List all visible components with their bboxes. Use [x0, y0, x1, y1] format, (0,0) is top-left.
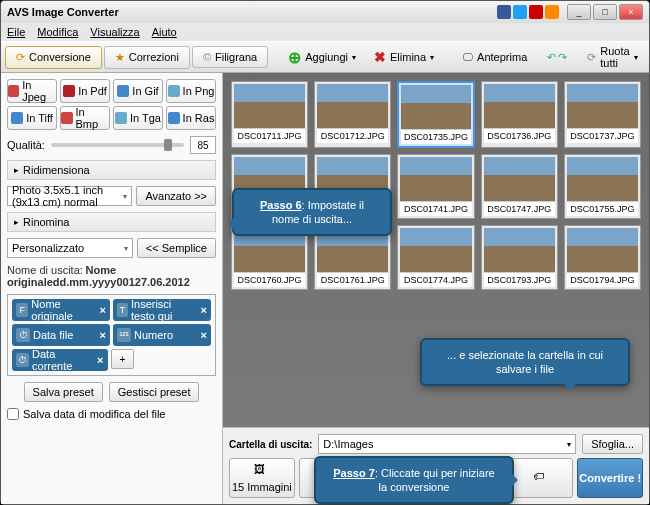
sidebar: In Jpeg In Pdf In Gif In Png In Tiff In … — [1, 73, 223, 504]
twitter-icon[interactable] — [513, 5, 527, 19]
format-jpeg[interactable]: In Jpeg — [7, 79, 57, 103]
format-ras[interactable]: In Ras — [166, 106, 216, 130]
minimize-button[interactable]: _ — [567, 4, 591, 20]
thumbnail-image — [484, 84, 555, 128]
rotate-left-button[interactable]: ↶ — [547, 45, 556, 69]
thumbnail-image — [567, 157, 638, 201]
add-button[interactable]: ⊕Aggiungi▾ — [280, 45, 364, 70]
rotate-right-button[interactable]: ↷ — [558, 45, 567, 69]
menu-file[interactable]: Eile — [7, 26, 25, 38]
thumbnail-item[interactable]: DSC01794.JPG — [564, 225, 641, 290]
thumbnail-item[interactable]: DSC01747.JPG — [481, 154, 558, 219]
social-icons — [497, 5, 559, 19]
output-name-row: Nome di uscita: Nome originaledd.mm.yyyy… — [7, 264, 216, 288]
maximize-button[interactable]: □ — [593, 4, 617, 20]
thumbnail-item[interactable]: DSC01735.JPG — [397, 81, 474, 148]
save-preset-button[interactable]: Salva preset — [24, 382, 103, 402]
token-number[interactable]: ¹²³Numero× — [113, 324, 211, 346]
manage-preset-button[interactable]: Gestisci preset — [109, 382, 200, 402]
token-file-date[interactable]: ⏱Data file× — [12, 324, 110, 346]
thumbnail-label: DSC01760.JPG — [234, 272, 305, 287]
close-icon[interactable]: × — [100, 304, 106, 316]
thumbnail-image — [567, 228, 638, 272]
thumbnail-label: DSC01736.JPG — [484, 128, 555, 143]
thumbnail-item[interactable]: DSC01736.JPG — [481, 81, 558, 148]
output-path-combo[interactable]: D:\Images — [318, 434, 576, 454]
thumbnail-label: DSC01794.JPG — [567, 272, 638, 287]
images-icon: 🖼 — [254, 463, 270, 479]
titlebar: AVS Image Converter _ □ × — [1, 1, 649, 23]
rename-preset-combo[interactable]: Personalizzato — [7, 238, 133, 258]
format-pdf[interactable]: In Pdf — [60, 79, 110, 103]
convert-button[interactable]: Convertire ! — [577, 458, 643, 498]
tab-corrections[interactable]: ★Correzioni — [104, 46, 190, 69]
menu-help[interactable]: Aiuto — [152, 26, 177, 38]
output-folder-label: Cartella di uscita: — [229, 439, 312, 450]
thumbnail-label: DSC01711.JPG — [234, 128, 305, 143]
resize-preset-combo[interactable]: Photo 3.5x5.1 inch (9x13 cm) normal — [7, 186, 132, 206]
close-icon[interactable]: × — [201, 304, 207, 316]
format-grid: In Jpeg In Pdf In Gif In Png In Tiff In … — [7, 79, 216, 130]
tab-watermark[interactable]: ©Filigrana — [192, 46, 268, 68]
quality-value[interactable] — [190, 136, 216, 154]
monitor-icon: 🖵 — [462, 51, 473, 63]
close-icon[interactable]: × — [201, 329, 207, 341]
add-token-button[interactable]: + — [111, 349, 135, 369]
rotate-icon: ⟳ — [587, 51, 596, 64]
token-text[interactable]: TInserisci testo qui× — [113, 299, 211, 321]
thumbnail-label: DSC01761.JPG — [317, 272, 388, 287]
preview-button[interactable]: 🖵Anteprima — [454, 48, 535, 66]
youtube-icon[interactable] — [529, 5, 543, 19]
format-png[interactable]: In Png — [166, 79, 216, 103]
thumbnail-item[interactable]: DSC01774.JPG — [397, 225, 474, 290]
format-tiff[interactable]: In Tiff — [7, 106, 57, 130]
x-icon: ✖ — [374, 49, 386, 65]
thumbnail-image — [317, 84, 388, 128]
resize-header[interactable]: Ridimensiona — [7, 160, 216, 180]
callout-step-7: Passo 7: Cliccate qui per iniziare la co… — [314, 456, 514, 504]
rotate-all-button[interactable]: ⟳Ruota tutti▾ — [579, 42, 645, 72]
thumbnail-label: DSC01712.JPG — [317, 128, 388, 143]
delete-button[interactable]: ✖Elimina▾ — [366, 46, 442, 68]
rename-header[interactable]: Rinomina — [7, 212, 216, 232]
browse-button[interactable]: Sfoglia... — [582, 434, 643, 454]
image-count-button[interactable]: 🖼15 Immagini — [229, 458, 295, 498]
callout-folder: ... e selezionate la cartella in cui sal… — [420, 338, 630, 386]
thumbnail-image — [400, 157, 471, 201]
close-icon[interactable]: × — [100, 329, 106, 341]
thumbnail-item[interactable]: DSC01711.JPG — [231, 81, 308, 148]
thumbnail-item[interactable]: DSC01793.JPG — [481, 225, 558, 290]
thumbnail-label: DSC01747.JPG — [484, 201, 555, 216]
tab-conversion[interactable]: ⟳Conversione — [5, 46, 102, 69]
toolbar: ⟳Conversione ★Correzioni ©Filigrana ⊕Agg… — [1, 41, 649, 73]
menubar: Eile Modifica Visualizza Aiuto — [1, 23, 649, 41]
thumbnail-image — [484, 157, 555, 201]
thumbnail-item[interactable]: DSC01737.JPG — [564, 81, 641, 148]
thumbnail-item[interactable]: DSC01755.JPG — [564, 154, 641, 219]
quality-label: Qualità: — [7, 139, 45, 151]
thumbnail-item[interactable]: DSC01741.JPG — [397, 154, 474, 219]
thumbnail-label: DSC01755.JPG — [567, 201, 638, 216]
token-original-name[interactable]: FNome originale× — [12, 299, 110, 321]
menu-edit[interactable]: Modifica — [37, 26, 78, 38]
app-title: AVS Image Converter — [7, 6, 497, 18]
rss-icon[interactable] — [545, 5, 559, 19]
thumbnail-item[interactable]: DSC01712.JPG — [314, 81, 391, 148]
close-button[interactable]: × — [619, 4, 643, 20]
close-icon[interactable]: × — [97, 354, 103, 366]
tag-icon: 🏷 — [533, 470, 549, 486]
keep-date-checkbox[interactable]: Salva data di modifica del file — [7, 408, 216, 420]
thumbnail-image — [567, 84, 638, 128]
token-current-date[interactable]: ⏱Data corrente× — [12, 349, 108, 371]
simple-button[interactable]: << Semplice — [137, 238, 216, 258]
content-area: DSC01711.JPGDSC01712.JPGDSC01735.JPGDSC0… — [223, 73, 649, 504]
quality-slider[interactable] — [51, 143, 184, 147]
menu-view[interactable]: Visualizza — [90, 26, 139, 38]
facebook-icon[interactable] — [497, 5, 511, 19]
format-tga[interactable]: In Tga — [113, 106, 163, 130]
advanced-button[interactable]: Avanzato >> — [136, 186, 216, 206]
format-gif[interactable]: In Gif — [113, 79, 163, 103]
thumbnail-label: DSC01737.JPG — [567, 128, 638, 143]
rotate-right-icon: ↷ — [558, 51, 567, 64]
format-bmp[interactable]: In Bmp — [60, 106, 110, 130]
